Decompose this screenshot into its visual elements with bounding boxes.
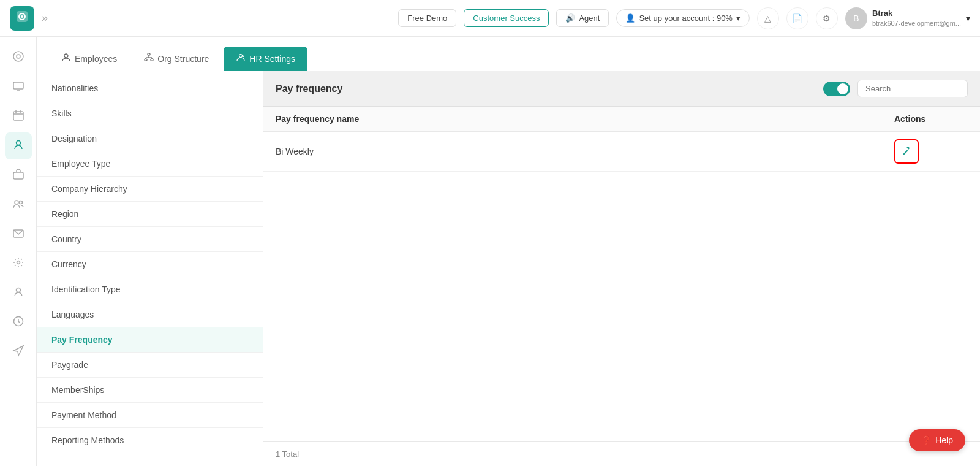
- document-icon: 📄: [792, 13, 802, 23]
- two-col-layout: Nationalities Skills Designation Employe…: [37, 71, 980, 466]
- pay-frequency-toggle[interactable]: [823, 82, 850, 96]
- user-email: btrak607-development@gm...: [872, 19, 961, 28]
- menu-item-nationalities[interactable]: Nationalities: [37, 76, 263, 101]
- sidebar-item-dashboard[interactable]: [5, 44, 32, 71]
- menu-item-memberships[interactable]: MemberShips: [37, 378, 263, 403]
- table-header: Pay frequency name Actions: [263, 107, 980, 132]
- svg-point-4: [17, 55, 20, 58]
- content-area: Employees Org Structure HR Settings Nati…: [37, 37, 980, 466]
- gear-icon: ⚙: [823, 13, 831, 23]
- logo-icon: [15, 10, 29, 26]
- tab-org-structure-label: Org Structure: [157, 54, 209, 64]
- total-count: 1 Total: [276, 449, 299, 459]
- tab-employees[interactable]: Employees: [49, 47, 129, 71]
- avatar: B: [845, 7, 867, 29]
- svg-point-2: [21, 15, 23, 18]
- sidebar-expand-icon[interactable]: »: [42, 12, 48, 25]
- sidebar-item-group[interactable]: [5, 191, 32, 218]
- agent-icon: 🔊: [565, 13, 575, 23]
- customer-success-button[interactable]: Customer Success: [464, 9, 549, 27]
- sidebar-item-people[interactable]: [5, 132, 32, 159]
- alert-icon: △: [764, 13, 771, 23]
- sidebar-item-calendar[interactable]: [5, 103, 32, 130]
- menu-item-payment-method[interactable]: Payment Method: [37, 403, 263, 428]
- menu-item-region[interactable]: Region: [37, 202, 263, 227]
- menu-item-pay-frequency[interactable]: Pay Frequency: [37, 327, 263, 353]
- menu-item-currency[interactable]: Currency: [37, 252, 263, 277]
- sidebar-item-settings[interactable]: [5, 250, 32, 277]
- row-actions: [894, 139, 968, 164]
- user-info: Btrak btrak607-development@gm...: [872, 9, 961, 28]
- left-menu: Nationalities Skills Designation Employe…: [37, 71, 263, 466]
- svg-rect-20: [148, 53, 150, 55]
- setup-button[interactable]: 👤 Set up your account : 90% ▾: [616, 9, 749, 27]
- sidebar-item-user2[interactable]: [5, 280, 32, 307]
- mail-icon: [12, 227, 24, 242]
- svg-point-13: [15, 201, 18, 204]
- tab-employees-label: Employees: [75, 54, 117, 64]
- sidebar-item-send[interactable]: [5, 338, 32, 365]
- edit-action-button[interactable]: [894, 139, 919, 164]
- sidebar-item-clock[interactable]: [5, 309, 32, 336]
- employees-tab-icon: [61, 53, 71, 64]
- user-chevron-icon: ▾: [966, 13, 970, 23]
- calendar-icon: [12, 109, 24, 124]
- user2-icon: [12, 286, 24, 301]
- agent-button[interactable]: 🔊 Agent: [556, 9, 609, 27]
- pay-frequency-header: Pay frequency: [263, 71, 980, 107]
- svg-point-27: [239, 55, 243, 58]
- pay-frequency-footer: 1 Total: [263, 441, 980, 466]
- user-circle-icon: 👤: [625, 13, 635, 23]
- document-button[interactable]: 📄: [786, 7, 809, 29]
- menu-item-skills[interactable]: Skills: [37, 101, 263, 126]
- settings-icon: [12, 256, 24, 272]
- group-icon: [12, 197, 24, 213]
- logo-button[interactable]: [10, 6, 34, 31]
- menu-item-company-hierarchy[interactable]: Company Hierarchy: [37, 177, 263, 202]
- hr-settings-tab-icon: [236, 53, 246, 64]
- tv-icon: [12, 80, 24, 95]
- help-button[interactable]: ❓ Help: [909, 429, 965, 451]
- menu-item-languages[interactable]: Languages: [37, 302, 263, 327]
- svg-rect-22: [151, 59, 153, 61]
- user-area[interactable]: B Btrak btrak607-development@gm... ▾: [845, 7, 970, 29]
- svg-rect-12: [13, 172, 23, 179]
- svg-point-14: [19, 201, 22, 204]
- tab-org-structure[interactable]: Org Structure: [132, 47, 221, 71]
- search-input[interactable]: [858, 80, 968, 97]
- menu-item-paygrade[interactable]: Paygrade: [37, 353, 263, 378]
- help-icon: ❓: [921, 435, 932, 445]
- svg-rect-7: [13, 112, 23, 120]
- menu-item-designation[interactable]: Designation: [37, 126, 263, 151]
- menu-item-country[interactable]: Country: [37, 227, 263, 252]
- pay-frequency-header-right: [823, 80, 968, 97]
- tab-bar: Employees Org Structure HR Settings: [37, 37, 980, 71]
- menu-item-identification-type[interactable]: Identification Type: [37, 277, 263, 302]
- row-pay-frequency-name: Bi Weekly: [276, 147, 894, 156]
- user-name: Btrak: [872, 9, 961, 19]
- table-row: Bi Weekly: [263, 132, 980, 172]
- gear-button[interactable]: ⚙: [816, 7, 838, 29]
- svg-rect-5: [13, 82, 23, 89]
- briefcase-icon: [12, 168, 24, 183]
- sidebar-item-mail[interactable]: [5, 221, 32, 248]
- main-layout: Employees Org Structure HR Settings Nati…: [0, 37, 980, 466]
- svg-rect-21: [145, 59, 147, 61]
- org-structure-tab-icon: [144, 53, 154, 64]
- pay-frequency-table: Pay frequency name Actions Bi Weekly: [263, 107, 980, 441]
- tab-hr-settings[interactable]: HR Settings: [224, 47, 307, 71]
- sidebar-item-tv[interactable]: [5, 74, 32, 101]
- free-demo-button[interactable]: Free Demo: [398, 9, 456, 27]
- menu-item-employee-type[interactable]: Employee Type: [37, 151, 263, 177]
- chevron-down-icon: ▾: [736, 13, 741, 23]
- svg-point-28: [243, 55, 244, 57]
- svg-point-17: [16, 288, 20, 292]
- alert-button[interactable]: △: [757, 7, 779, 29]
- pay-frequency-title: Pay frequency: [276, 83, 342, 94]
- svg-point-19: [64, 54, 68, 58]
- menu-item-reporting-methods[interactable]: Reporting Methods: [37, 428, 263, 453]
- svg-point-11: [16, 140, 20, 145]
- tab-hr-settings-label: HR Settings: [249, 54, 295, 64]
- col-pay-frequency-name: Pay frequency name: [276, 114, 894, 124]
- sidebar-item-briefcase[interactable]: [5, 162, 32, 189]
